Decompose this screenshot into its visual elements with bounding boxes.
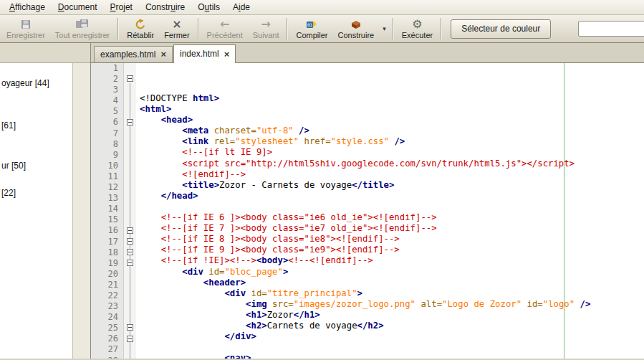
tab-examples.html[interactable]: examples.html× <box>94 46 173 62</box>
line-number: 3 <box>91 85 118 95</box>
menu-aide[interactable]: Aide <box>226 0 256 14</box>
symbol-item[interactable]: oyageur [44] <box>1 78 49 88</box>
line-number: 28 <box>91 356 118 359</box>
symbols-sidebar: oyageur [44][61]ur [50][22] <box>0 43 91 359</box>
symbol-item[interactable]: [22] <box>1 188 16 198</box>
line-number: 18 <box>91 247 118 258</box>
line-number: 19 <box>91 258 118 269</box>
line-number: 5 <box>91 106 118 117</box>
line-number: 27 <box>91 344 118 355</box>
close-button[interactable]: ×Fermer <box>159 16 194 42</box>
code-line: <h2>Carnets de voyage</h2> <box>140 321 644 331</box>
code-line: <!--[if IE 6 ]><body class="ie6 old_ie">… <box>140 212 644 223</box>
menu-outils[interactable]: Outils <box>191 0 226 14</box>
color-chooser-button[interactable]: Sélecteur de couleur <box>451 19 551 39</box>
tab-label: examples.html <box>100 49 155 60</box>
build-dropdown-arrow-icon[interactable]: ▾ <box>379 25 390 32</box>
line-number: 25 <box>91 323 118 333</box>
code-line: <meta charset="utf-8" /> <box>140 125 644 136</box>
code-line: <!DOCTYPE html> <box>140 93 644 104</box>
compile-icon: 01 <box>306 18 317 30</box>
code-line: <![endif]--> <box>140 169 644 180</box>
build-button[interactable]: Construire <box>332 16 379 42</box>
save-label: Enregistrer <box>6 31 45 39</box>
close-label: Fermer <box>164 31 189 39</box>
ide-window: AffichageDocumentProjetConstruireOutilsA… <box>0 0 644 359</box>
fold-collapse-icon[interactable] <box>127 249 133 255</box>
tab-close-icon[interactable]: × <box>160 50 166 58</box>
code-line: <!--[if IE 7 ]><body class="ie7 old_ie">… <box>140 223 644 234</box>
save-all-icon <box>75 18 90 30</box>
code-line: <!--[if lt IE 9]> <box>140 147 644 158</box>
line-number: 14 <box>91 204 118 214</box>
revert-label: Rétablir <box>127 31 154 39</box>
line-number: 16 <box>91 225 118 236</box>
menu-document[interactable]: Document <box>52 0 104 14</box>
save-icon <box>20 18 32 30</box>
back-label: Précédent <box>207 31 243 39</box>
code-line: <title>Zozor - Carnets de voyage</title> <box>140 180 644 191</box>
back-button: ←Précédent <box>202 16 248 42</box>
line-number-gutter[interactable]: 1234567891011121314151617181920212223242… <box>91 63 124 359</box>
revert-icon <box>135 18 146 30</box>
toolbar-separator <box>441 18 442 39</box>
toolbar-separator <box>287 18 288 39</box>
line-number: 8 <box>91 139 118 150</box>
fold-collapse-icon[interactable] <box>127 119 133 125</box>
menu-bar: AffichageDocumentProjetConstruireOutilsA… <box>0 0 644 15</box>
line-number: 10 <box>91 161 118 171</box>
long-line-marker <box>564 63 564 359</box>
tab-index.html[interactable]: index.html× <box>173 44 236 63</box>
back-arrow-icon: ← <box>220 18 229 30</box>
menu-construire[interactable]: Construire <box>139 0 191 14</box>
fold-collapse-icon[interactable] <box>127 75 133 82</box>
code-line: <!--[if IE 8 ]><body class="ie8"><![endi… <box>140 234 644 245</box>
menu-projet[interactable]: Projet <box>104 0 139 14</box>
code-line: <nav> <box>140 353 644 359</box>
code-line: <h1>Zozor</h1> <box>140 310 644 321</box>
symbols-list[interactable]: oyageur [44][61]ur [50][22] <box>0 63 90 359</box>
line-number: 23 <box>91 301 118 312</box>
compile-label: Compiler <box>296 31 327 39</box>
symbol-item[interactable]: ur [50] <box>1 161 26 171</box>
editor-notebook: examples.html×index.html× 12345678910111… <box>91 43 644 359</box>
code-editor: 1234567891011121314151617181920212223242… <box>91 63 644 359</box>
line-number: 9 <box>91 150 118 161</box>
fold-collapse-icon[interactable] <box>127 227 133 234</box>
fold-collapse-icon[interactable] <box>127 324 133 331</box>
sidebar-scrollbar[interactable] <box>72 63 90 359</box>
save-all-label: Tout enregistrer <box>55 31 110 39</box>
line-number: 15 <box>91 214 118 225</box>
code-line: <div id="bloc_page"> <box>140 267 644 278</box>
save-button: Enregistrer <box>1 16 50 42</box>
code-line <box>140 202 644 212</box>
code-line: <header> <box>140 278 644 288</box>
code-line: <script src="http://html5shiv.googlecode… <box>140 158 644 169</box>
code-line: <html> <box>140 104 644 115</box>
code-line: <div id="titre_principal"> <box>140 288 644 299</box>
sidebar-header <box>0 43 90 63</box>
code-line: <!--[if IE 9 ]><body class="ie9"><![endi… <box>140 245 644 255</box>
toolbar: EnregistrerTout enregistrerRétablir×Ferm… <box>0 15 644 43</box>
execute-button[interactable]: ⚙Exécuter <box>397 16 438 42</box>
close-icon: × <box>172 18 181 30</box>
fold-collapse-icon[interactable] <box>127 260 133 266</box>
revert-button[interactable]: Rétablir <box>122 16 159 42</box>
code-area[interactable]: <!DOCTYPE html><html> <head> <meta chars… <box>136 63 644 359</box>
tab-bar: examples.html×index.html× <box>91 43 644 63</box>
line-number: 7 <box>91 128 118 139</box>
fold-collapse-icon[interactable] <box>127 238 133 245</box>
line-number: 12 <box>91 182 118 193</box>
build-icon <box>350 18 362 30</box>
menu-affichage[interactable]: Affichage <box>3 0 52 14</box>
forward-button: →Suivant <box>248 16 284 42</box>
toolbar-text-entry[interactable] <box>578 21 644 37</box>
compile-button[interactable]: 01Compiler <box>291 16 332 42</box>
fold-collapse-icon[interactable] <box>127 336 133 342</box>
toolbar-separator <box>393 18 394 39</box>
line-number: 2 <box>91 74 118 85</box>
tab-close-icon[interactable]: × <box>224 50 230 58</box>
line-number: 24 <box>91 312 118 323</box>
toolbar-separator <box>198 18 199 39</box>
symbol-item[interactable]: [61] <box>1 120 16 131</box>
